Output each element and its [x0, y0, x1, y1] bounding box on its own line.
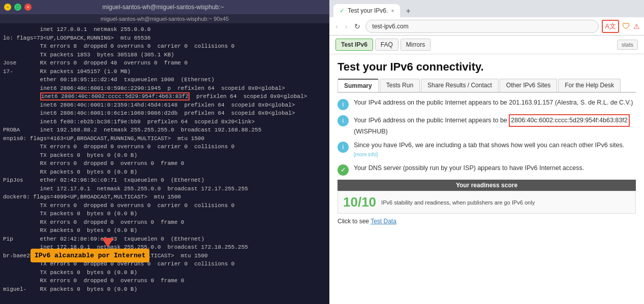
- translate-icon[interactable]: A文: [602, 20, 619, 33]
- tab-close-button[interactable]: ×: [391, 8, 394, 14]
- terminal-line: Jose RX errors 0 dropped 48 overruns 0 f…: [3, 59, 326, 67]
- terminal-line: inet6 2806:40c:6002:cccc:5d29:954f:4b63:…: [3, 92, 326, 101]
- address-input[interactable]: test-ipv6.com: [365, 20, 599, 33]
- back-button[interactable]: ‹: [333, 21, 340, 31]
- close-button[interactable]: ×: [24, 4, 32, 11]
- browser-content: Test IPv6 FAQ Mirrors stats Test your IP…: [329, 36, 644, 304]
- terminal-line: PipJos ether 02:42:96:3c:c0:71 txqueuele…: [3, 176, 326, 185]
- terminal-line: TX packets 0 bytes 0 (0.0 B): [3, 268, 326, 277]
- new-tab-button[interactable]: +: [402, 5, 414, 17]
- terminal-line: lo: flags=73<UP,LOOPBACK,RUNNING> mtu 65…: [3, 34, 326, 43]
- info-icon-3: i: [338, 142, 349, 153]
- address-text: test-ipv6.com: [372, 23, 408, 30]
- terminal-body[interactable]: inet 127.0.0.1 netmask 255.0.0.0lo: flag…: [0, 23, 329, 304]
- site-tab-faq[interactable]: FAQ: [375, 39, 398, 51]
- result-text-ipv4: Your IPv4 address on the public Internet…: [354, 98, 633, 108]
- ipv6-address-highlight: 2806:40c:6002:cccc:5d29:954f:4b63:83f2: [509, 114, 629, 127]
- terminal-line: TX packets 0 bytes 0 (0.0 B): [3, 151, 326, 160]
- browser-tab-bar: ✓ Test your IPv6. × +: [329, 0, 644, 17]
- active-browser-tab[interactable]: ✓ Test your IPv6. ×: [333, 4, 400, 17]
- terminal-line: RX packets 0 bytes 0 (0.0 B): [3, 226, 326, 235]
- tab-other-ipv6[interactable]: Other IPv6 Sites: [500, 79, 557, 92]
- result-row-dns: ✓ Your DNS server (possibly run by your …: [338, 163, 636, 176]
- red-arrow: [102, 238, 114, 247]
- terminal-line: inet 172.17.0.1 netmask 255.255.0.0 broa…: [3, 185, 326, 193]
- page-title: Test your IPv6 connectivity.: [338, 60, 636, 74]
- site-nav: Test IPv6 FAQ Mirrors stats: [329, 36, 644, 54]
- test-data-label: Click to see: [338, 218, 369, 225]
- terminal-line: RX errors 0 dropped 0 overruns 0 frame 0: [3, 218, 326, 227]
- terminal-line: PROBA inet 192.168.88.2 netmask 255.255.…: [3, 126, 326, 134]
- address-bar-row: ‹ › ↻ test-ipv6.com A文 🛡 ⚠: [329, 17, 644, 36]
- result-text-ipv6: Your IPv6 address on the public Internet…: [354, 114, 630, 137]
- tab-share-results[interactable]: Share Results / Contact: [421, 79, 499, 92]
- page-body: Test your IPv6 connectivity. Summary Tes…: [329, 54, 644, 304]
- terminal-panel: − □ × miguel-santos-wh@miguel-santos-wis…: [0, 0, 329, 304]
- terminal-line: inet6 2806:40c:6001:0:6c1e:1060:9086:d2d…: [3, 109, 326, 118]
- result-row-ipv4: i Your IPv4 address on the public Intern…: [338, 98, 636, 110]
- terminal-line: TX packets 1853 bytes 305188 (305.1 KB): [3, 51, 326, 59]
- minimize-button[interactable]: −: [4, 4, 11, 11]
- more-info-link[interactable]: [more info]: [354, 152, 378, 157]
- site-nav-tabs: Test IPv6 FAQ Mirrors: [335, 39, 431, 51]
- result-text-after: (WISPHUB): [354, 128, 388, 135]
- terminal-line: TX packets 0 bytes 0 (0.0 B): [3, 210, 326, 218]
- test-data-link[interactable]: Test Data: [371, 218, 396, 225]
- terminal-line: inet 127.0.0.1 netmask 255.0.0.0: [3, 25, 326, 34]
- readiness-text: IPv6 stability and readiness, when publi…: [381, 199, 535, 206]
- terminal-line: 17- RX packets 1045157 (1.0 MB): [3, 67, 326, 76]
- terminal-subtitle: miguel-santos-wh@miguel-santos-wisphub:~…: [0, 14, 329, 23]
- terminal-line: RX errors 0 dropped 0 overruns 0 frame 0: [3, 277, 326, 285]
- terminal-line: TX errors 0 dropped 0 overruns 0 carrier…: [3, 201, 326, 210]
- terminal-line: TX errors 8 dropped 0 overruns 0 carrier…: [3, 42, 326, 51]
- terminal-line: docker0: flags=4099<UP,BROADCAST,MULTICA…: [3, 193, 326, 201]
- refresh-button[interactable]: ↻: [352, 21, 362, 31]
- tab-title: Test your IPv6.: [348, 7, 388, 14]
- result-text-dns: Your DNS server (possibly run by your IS…: [354, 163, 584, 173]
- tab-summary[interactable]: Summary: [338, 79, 379, 92]
- result-row-tabs: i Since you have IPv6, we are including …: [338, 141, 636, 160]
- terminal-line: Pip ether 02:42:8e:69:e2:83 txqueuelen 0…: [3, 235, 326, 244]
- test-data-row: Click to see Test Data: [338, 218, 636, 225]
- inner-tabs: Summary Tests Run Share Results / Contac…: [338, 79, 636, 93]
- forward-button[interactable]: ›: [343, 21, 350, 31]
- terminal-line: ether 60:18:95:1c:d2:4d txqueuelen 1000 …: [3, 76, 326, 84]
- terminal-line: RX errors 0 dropped 0 overruns 0 frame 0: [3, 159, 326, 168]
- terminal-title: miguel-santos-wh@miguel-santos-wisphub:~: [32, 4, 295, 11]
- site-tab-mirrors[interactable]: Mirrors: [401, 39, 431, 51]
- info-icon-2: i: [338, 115, 349, 126]
- info-icon-1: i: [338, 99, 349, 110]
- terminal-titlebar: − □ × miguel-santos-wh@miguel-santos-wis…: [0, 0, 329, 14]
- stats-button[interactable]: stats: [617, 40, 638, 50]
- tab-favicon: ✓: [340, 7, 345, 14]
- terminal-line: inet6 2806:40c:6001:0:2359:14hd:45d4:614…: [3, 101, 326, 110]
- extensions-icon: 🛡: [622, 22, 630, 31]
- extensions-icon2: ⚠: [633, 22, 640, 30]
- tab-help-desk[interactable]: For the Help Desk: [558, 79, 621, 92]
- terminal-line: inet6 fe80::eb2b:bc36:1f9e:bb9 prefixlen…: [3, 118, 326, 126]
- window-controls[interactable]: − □ ×: [4, 4, 32, 11]
- terminal-line: enp1s0: flags=4163<UP,BROADCAST,RUNNING,…: [3, 134, 326, 143]
- tab-tests-run[interactable]: Tests Run: [380, 79, 420, 92]
- terminal-line: miguel- RX packets 0 bytes 0 (0.0 B): [3, 285, 326, 294]
- result-text-tabs: Since you have IPv6, we are including a …: [354, 141, 636, 160]
- annotation-label: IPv6 alcanzable por Internet: [30, 249, 149, 263]
- readiness-body: 10/10 IPv6 stability and readiness, when…: [338, 191, 636, 214]
- readiness-score: 10/10: [343, 194, 376, 210]
- result-text-before: Your IPv6 address on the public Internet…: [354, 117, 509, 124]
- readiness-header: Your readiness score: [338, 180, 636, 191]
- result-row-ipv6: i Your IPv6 address on the public Intern…: [338, 114, 636, 137]
- browser-panel: ✓ Test your IPv6. × + ‹ › ↻ test-ipv6.co…: [329, 0, 644, 304]
- terminal-line: inet6 2806:40c:6001:0:598c:2290:1945 p r…: [3, 84, 326, 93]
- check-icon: ✓: [338, 164, 349, 176]
- maximize-button[interactable]: □: [14, 4, 21, 11]
- terminal-line: TX errors 0 dropped 0 overruns 0 carrier…: [3, 143, 326, 151]
- terminal-line: RX packets 0 bytes 0 (0.0 B): [3, 168, 326, 177]
- site-tab-test-ipv6[interactable]: Test IPv6: [335, 39, 373, 51]
